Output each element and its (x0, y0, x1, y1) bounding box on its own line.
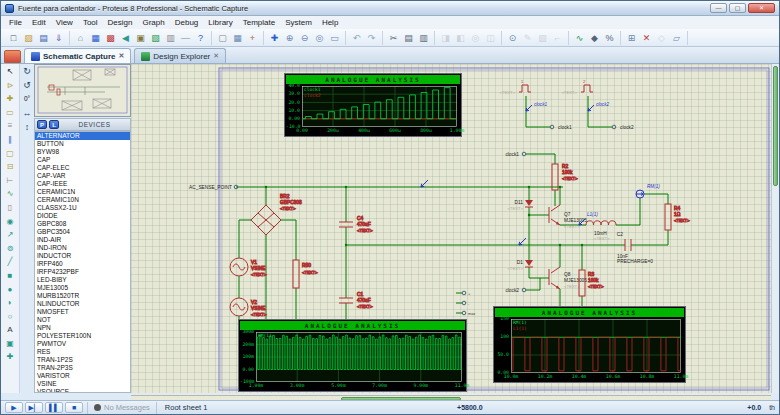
device-item[interactable]: POLYESTER100N (35, 332, 130, 340)
play-button[interactable]: ▶ (5, 402, 23, 413)
component-r4[interactable]: R4 1Ω <TEXT> (665, 204, 690, 230)
subcircuit-mode[interactable]: ▢ (3, 147, 18, 161)
component-v1[interactable]: V1 VSINE <TEXT> (230, 258, 267, 277)
device-item[interactable]: CLASSX2-1U (35, 204, 130, 212)
device-item[interactable]: TRAN-2P3S (35, 364, 130, 372)
device-item[interactable]: NMOSFET (35, 308, 130, 316)
zoom-all-icon[interactable]: ◎ (312, 31, 327, 45)
device-item[interactable]: NOT (35, 316, 130, 324)
graph-mode[interactable]: ∿ (3, 187, 18, 201)
component-c1[interactable]: C1 470uF <TEXT> (339, 292, 373, 309)
device-item[interactable]: CAP-ELEC (35, 164, 130, 172)
probe-rm-current[interactable]: RM(1) (636, 184, 660, 198)
2d-box-mode[interactable]: ■ (3, 269, 18, 283)
device-item[interactable]: TRAN-1P2S (35, 356, 130, 364)
vertical-scrollbar[interactable] (771, 64, 779, 393)
generator-clock1[interactable]: 1 <TEXT> clock1 clock1 (499, 79, 572, 130)
mirror-vertical-button[interactable]: ↕ (25, 120, 30, 134)
device-item[interactable]: CERAMIC1N (35, 188, 130, 196)
voltage-probe[interactable] (519, 238, 526, 245)
terminal-clock1-drive[interactable]: clock1 (505, 152, 525, 157)
device-item[interactable]: IRFP460 (35, 260, 130, 268)
component-r50[interactable]: R50 <TEXT> (293, 260, 318, 288)
home-page-icon[interactable]: ⌂ (73, 31, 88, 45)
menu-item-view[interactable]: View (51, 18, 78, 27)
menu-item-help[interactable]: Help (317, 18, 343, 27)
component-mode[interactable]: ⊳ (3, 79, 18, 93)
home-tab-icon[interactable] (4, 50, 21, 63)
device-item[interactable]: CAP-IEEE (35, 180, 130, 188)
voltage-probe-mode[interactable]: ↗ (3, 228, 18, 242)
device-item[interactable]: NLINDUCTOR (35, 300, 130, 308)
current-probe-mode[interactable]: ⊚ (3, 242, 18, 256)
design-explorer-icon[interactable]: ▧ (148, 31, 163, 45)
component-r2[interactable]: R2 100k <TEXT> (552, 164, 578, 190)
2d-circle-mode[interactable]: ● (3, 283, 18, 297)
component-br2[interactable]: BR2 GBPC308 <TEXT> (251, 194, 302, 235)
analysis-graph-2[interactable]: ANALOGUE ANALYSIS300m200m100m0.00-100m1.… (238, 319, 467, 392)
menu-item-system[interactable]: System (280, 18, 317, 27)
schematic-editor[interactable]: AC_SENSE_POINT BR2 GBPC308 <TEXT> V1 VSI… (131, 64, 773, 393)
junction-dot-mode[interactable]: ✚ (3, 92, 18, 106)
generator-mode[interactable]: ◉ (3, 215, 18, 229)
component-l1[interactable]: 10mH <TEXT> (586, 221, 616, 241)
maximize-button[interactable]: ▢ (729, 3, 746, 13)
device-item[interactable]: IND-AIR (35, 236, 130, 244)
origin-icon[interactable]: + (245, 31, 260, 45)
device-item[interactable]: DIODE (35, 212, 130, 220)
zoom-to-child-icon[interactable]: ▱ (669, 31, 684, 45)
buses-mode[interactable]: ∥ (3, 133, 18, 147)
menu-item-template[interactable]: Template (238, 18, 280, 27)
redraw-icon[interactable]: ▢ (215, 31, 230, 45)
step-button[interactable]: ▶▏ (25, 402, 43, 413)
2d-path-mode[interactable]: ○ (3, 310, 18, 324)
terminal-ac-sense-point[interactable]: AC_SENSE_POINT (189, 185, 238, 190)
component-v2[interactable]: V2 VSINE <TEXT> (230, 298, 267, 317)
component-c2[interactable]: C2 10nF PRECHARGE=0 (617, 232, 653, 264)
library-manager-button[interactable]: L (49, 120, 59, 129)
device-item[interactable]: CERAMIC10N (35, 196, 130, 204)
remove-sheet-icon[interactable]: ✕ (639, 31, 654, 45)
device-item[interactable]: MURB1520TR (35, 292, 130, 300)
device-item[interactable]: CAP-VAR (35, 172, 130, 180)
analysis-graph-1[interactable]: ANALOGUE ANALYSIS40.030.020.010.00.00-10… (284, 73, 462, 137)
vertical-scroll-thumb[interactable] (773, 66, 778, 186)
device-item[interactable]: LED-BIBY (35, 276, 130, 284)
menu-item-file[interactable]: File (4, 18, 27, 27)
mirror-horizontal-button[interactable]: ↔ (23, 106, 32, 120)
grid-toggle-icon[interactable]: ▦ (230, 31, 245, 45)
device-pins-mode[interactable]: ⊢ (3, 174, 18, 188)
copy-icon[interactable]: ▤ (401, 31, 416, 45)
component-c4[interactable]: C4 470uF <TEXT> (339, 216, 373, 233)
menu-item-design[interactable]: Design (103, 18, 138, 27)
open-design-icon[interactable]: ▨ (21, 31, 36, 45)
wire-label-mode[interactable]: ▭ (3, 106, 18, 120)
property-assignment-icon[interactable]: % (602, 31, 617, 45)
2d-symbol-mode[interactable]: ▣ (3, 337, 18, 351)
3d-viewer-icon[interactable]: ◀ (118, 31, 133, 45)
rotate-anticlockwise-button[interactable]: ↺ (23, 78, 31, 92)
device-item[interactable]: RES (35, 348, 130, 356)
devices-list[interactable]: ALTERNATORBUTTONBYW98CAPCAP-ELECCAP-VARC… (34, 131, 131, 393)
tab-design-explorer[interactable]: Design Explorer ✕ (134, 48, 226, 63)
analysis-graph-3[interactable]: ANALOGUE ANALYSIS15010050.00.0010.0m10.2… (493, 306, 686, 383)
device-item[interactable]: IND-IRON (35, 244, 130, 252)
save-design-icon[interactable]: ▤ (36, 31, 51, 45)
menu-item-debug[interactable]: Debug (170, 18, 204, 27)
2d-arc-mode[interactable]: ◗ (3, 296, 18, 310)
pan-icon[interactable]: ✚ (267, 31, 282, 45)
pause-button[interactable]: ▌▌ (45, 402, 63, 413)
redo-icon[interactable]: ↷ (364, 31, 379, 45)
component-r3[interactable]: R3 100k <TEXT> (579, 270, 604, 296)
device-item[interactable]: MJE13005 (35, 284, 130, 292)
message-area[interactable]: No Messages (88, 402, 157, 414)
device-item[interactable]: GBPC3504 (35, 228, 130, 236)
minimize-button[interactable]: — (710, 3, 727, 13)
terminals-mode[interactable]: ⊟ (3, 160, 18, 174)
simulation-advisor-icon[interactable]: — (178, 31, 193, 45)
device-item[interactable]: BYW98 (35, 148, 130, 156)
2d-marker-mode[interactable]: ✚ (3, 350, 18, 364)
device-item[interactable]: VSINE (35, 380, 130, 388)
pcb-layout-icon[interactable]: ▩ (103, 31, 118, 45)
menu-item-library[interactable]: Library (203, 18, 237, 27)
